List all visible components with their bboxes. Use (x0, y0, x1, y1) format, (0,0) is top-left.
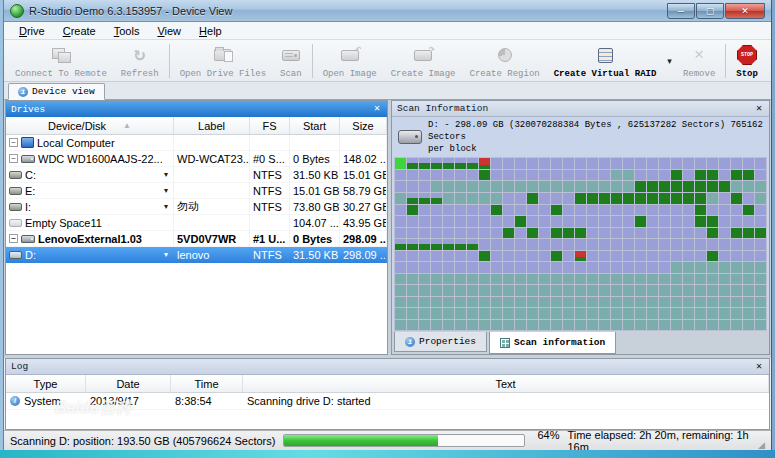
scan-block (731, 205, 742, 216)
drive-row-d-selected[interactable]: D:▾ lenovoNTFS31.50 KB298.09 ... (6, 247, 387, 263)
collapse-icon[interactable]: − (9, 234, 18, 243)
drive-row-empty-space[interactable]: Empty Space11 104.07 ...43.95 GB (6, 215, 387, 231)
drive-row-c[interactable]: C:▾ NTFS31.50 KB15.01 GB (6, 167, 387, 183)
column-device-disk[interactable]: Device/Disk▲ (6, 117, 174, 134)
scan-block (587, 170, 598, 181)
open-drive-files-button[interactable]: Open Drive Files (173, 42, 273, 80)
log-column-text[interactable]: Text (243, 375, 769, 392)
log-row[interactable]: iSystem 2013/9/17 8:38:54 Scanning drive… (6, 393, 769, 410)
remove-button[interactable]: ✕ Remove (676, 42, 722, 80)
scan-block (623, 308, 634, 319)
scan-block (671, 205, 682, 216)
scan-block (599, 251, 610, 262)
scan-block (527, 308, 538, 319)
scan-block (635, 274, 646, 285)
scan-block (443, 262, 454, 273)
maximize-button[interactable]: ▢ (696, 3, 724, 19)
drive-row-wdc-disk[interactable]: −WDC WD1600AAJS-22... WD-WCAT23...#0 S..… (6, 151, 387, 167)
scan-block (527, 251, 538, 262)
scan-block (599, 205, 610, 216)
create-image-button[interactable]: Create Image (384, 42, 463, 80)
log-column-header: Type Date Time Text (6, 375, 769, 393)
drives-close-icon[interactable]: ✕ (372, 104, 382, 114)
status-time-text: Time elapsed: 2h 20m, remaining: 1h 16m (567, 429, 750, 451)
scan-block (743, 158, 754, 169)
raid-dropdown-arrow[interactable]: ▾ (663, 56, 676, 66)
column-start[interactable]: Start (290, 117, 340, 134)
scan-block (515, 170, 526, 181)
close-button[interactable]: ✕ (725, 3, 765, 19)
log-panel: Log ✕ Type Date Time Text iSystem 2013/9… (5, 358, 770, 430)
drive-row-i[interactable]: I:▾ 勿动NTFS73.80 GB30.27 GB (6, 199, 387, 215)
scan-block (683, 158, 694, 169)
log-close-icon[interactable]: ✕ (754, 362, 764, 372)
collapse-icon[interactable]: − (9, 154, 18, 163)
tab-properties[interactable]: i Properties (394, 332, 487, 352)
drive-row-e[interactable]: E:▾ NTFS15.01 GB58.79 GB (6, 183, 387, 199)
log-column-type[interactable]: Type (6, 375, 86, 392)
scan-block (443, 228, 454, 239)
scan-panel-close-icon[interactable]: ✕ (754, 104, 764, 114)
scan-block (443, 239, 454, 250)
scan-block (599, 274, 610, 285)
scan-block (623, 285, 634, 296)
resize-grip[interactable]: ◢ (758, 440, 765, 450)
column-fs[interactable]: FS (250, 117, 290, 134)
minimize-button[interactable]: ─ (667, 3, 695, 19)
menu-create[interactable]: Create (54, 24, 105, 38)
connect-to-remote-button[interactable]: Connect To Remote (8, 42, 114, 80)
scan-block (515, 158, 526, 169)
scan-block (719, 251, 730, 262)
scan-block (755, 158, 766, 169)
scan-block (635, 205, 646, 216)
create-virtual-raid-button[interactable]: Create Virtual RAID (547, 42, 664, 80)
scan-block (491, 239, 502, 250)
scan-block (395, 181, 406, 192)
menu-help[interactable]: Help (190, 24, 231, 38)
partition-dropdown-arrow[interactable]: ▾ (164, 250, 170, 259)
scan-block (527, 181, 538, 192)
collapse-icon[interactable]: − (9, 138, 18, 147)
column-size[interactable]: Size (340, 117, 387, 134)
refresh-button[interactable]: ↻ Refresh (114, 42, 166, 80)
stop-button[interactable]: STOP Stop (729, 42, 765, 80)
log-column-time[interactable]: Time (171, 375, 243, 392)
open-image-button[interactable]: Open Image (316, 42, 384, 80)
scan-button[interactable]: Scan (273, 42, 309, 80)
scan-block (479, 181, 490, 192)
hard-drive-icon (398, 130, 422, 144)
menu-tools[interactable]: Tools (105, 24, 149, 38)
partition-dropdown-arrow[interactable]: ▾ (164, 186, 170, 195)
scan-block (539, 216, 550, 227)
scan-block (563, 239, 574, 250)
scan-block (611, 170, 622, 181)
create-region-button[interactable]: Create Region (463, 42, 547, 80)
scan-block (743, 251, 754, 262)
scan-block (695, 193, 706, 204)
scan-block (647, 297, 658, 308)
scan-block (479, 158, 490, 169)
scan-block (611, 320, 622, 331)
partition-dropdown-arrow[interactable]: ▾ (164, 202, 170, 211)
partition-dropdown-arrow[interactable]: ▾ (164, 170, 170, 179)
scan-block (611, 251, 622, 262)
scan-block (443, 205, 454, 216)
scan-grid[interactable] (394, 157, 767, 331)
scan-block (659, 285, 670, 296)
scan-info-summary: D: - 298.09 GB (320070288384 Bytes , 625… (392, 117, 769, 157)
scan-block (683, 239, 694, 250)
tab-device-view[interactable]: i Device view (8, 83, 105, 100)
column-label[interactable]: Label (174, 117, 250, 134)
scan-block (719, 285, 730, 296)
log-column-date[interactable]: Date (86, 375, 171, 392)
scan-block (743, 216, 754, 227)
tab-scan-information[interactable]: Scan information (489, 332, 616, 354)
drive-row-lenovo-disk[interactable]: −LenovoExternal1.03 5VD0V7WR#1 U...0 Byt… (6, 231, 387, 247)
drive-row-local-computer[interactable]: −Local Computer (6, 135, 387, 151)
scan-block (635, 239, 646, 250)
scan-block (407, 181, 418, 192)
scan-block (551, 181, 562, 192)
menu-view[interactable]: View (148, 24, 190, 38)
menu-drive[interactable]: Drive (10, 24, 54, 38)
scan-block (479, 193, 490, 204)
